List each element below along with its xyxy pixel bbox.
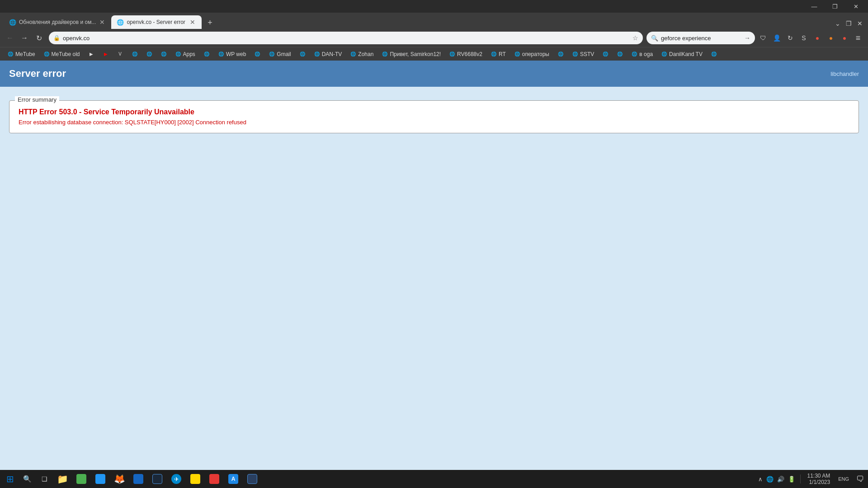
taskbar-firefox[interactable]: 🦊 (110, 471, 128, 487)
tab-close-2[interactable]: ✕ (189, 19, 196, 26)
menu-button[interactable]: ≡ (852, 32, 864, 44)
bookmark-label-apps: Apps (183, 51, 195, 57)
window-close-button[interactable]: ✕ (855, 18, 864, 29)
bookmark-danilkand[interactable]: 🌐 DanilKand TV (657, 50, 706, 59)
bookmark-zohan[interactable]: 🌐 Zohan (346, 50, 377, 59)
bookmark-icon3[interactable]: 🌐 (157, 50, 170, 59)
bookmark-apps[interactable]: 🌐 Apps (171, 50, 199, 59)
error-summary-legend: Error summary (15, 96, 59, 103)
bookmark-favicon-sstv: 🌐 (572, 51, 578, 57)
error-summary-box: Error summary HTTP Error 503.0 - Service… (9, 100, 859, 133)
taskbar-taskview-button[interactable]: ❑ (36, 471, 52, 487)
forward-button[interactable]: → (18, 32, 31, 44)
minimize-button[interactable]: — (804, 0, 825, 13)
taskbar-redapp[interactable] (205, 471, 223, 487)
bookmark-label-sstv: SSTV (580, 51, 594, 57)
bookmark-voga[interactable]: 🌐 в oga (627, 50, 656, 59)
bookmark-favicon-metube: 🌐 (7, 51, 14, 57)
maximize-button[interactable]: ❐ (825, 0, 845, 13)
sync-icon-btn[interactable]: ↻ (784, 32, 797, 44)
bookmark-favicon-yt: ▶ (103, 51, 109, 57)
system-tray: ∧ 🌐 🔊 🔋 (757, 476, 797, 483)
tab-list-button[interactable]: ⌄ (833, 18, 842, 29)
taskbar-separator (800, 474, 801, 483)
blue-app2-icon (133, 474, 143, 484)
search-arrow-icon[interactable]: → (744, 34, 750, 42)
bookmarks-bar: 🌐 MeTube 🌐 MeTube old ▶ ▶ V 🌐 🌐 🌐 🌐 Apps… (0, 47, 868, 61)
taskbar-blueapp3[interactable]: A (224, 471, 242, 487)
bookmark-yt[interactable]: ▶ (99, 50, 113, 59)
taskbar-greenapp[interactable] (72, 471, 90, 487)
bookmark-icon8[interactable]: 🌐 (599, 50, 612, 59)
bookmark-label-rv6688: RV6688v2 (457, 51, 482, 57)
back-button[interactable]: ← (4, 32, 16, 44)
addon1-icon-btn[interactable]: ● (811, 32, 824, 44)
bookmark-icon9[interactable]: 🌐 (613, 50, 627, 59)
tray-sound-icon[interactable]: 🔊 (776, 476, 786, 483)
tray-battery-icon[interactable]: 🔋 (787, 476, 797, 483)
taskbar-notification-button[interactable]: 🗨 (854, 474, 866, 484)
bookmark-v[interactable]: V (113, 50, 127, 59)
blue-app-icon (95, 474, 105, 484)
taskbar-blueapp2[interactable] (129, 471, 147, 487)
taskbar-telegram[interactable]: ✈ (167, 471, 185, 487)
close-button[interactable]: ✕ (845, 0, 866, 13)
bookmark-favicon-zohan: 🌐 (350, 51, 356, 57)
bookmark-label-metube-old: MeTube old (52, 51, 80, 57)
reload-button[interactable]: ↻ (33, 32, 45, 44)
tab-active[interactable]: 🌐 openvk.co - Server error ✕ (111, 15, 202, 29)
error-title: HTTP Error 503.0 - Service Temporarily U… (19, 108, 849, 116)
bookmark-icon10[interactable]: 🌐 (707, 50, 721, 59)
bookmark-icon6[interactable]: 🌐 (296, 50, 309, 59)
tab-title-2: openvk.co - Server error (127, 19, 186, 25)
bookmark-icon7[interactable]: 🌐 (554, 50, 567, 59)
bookmark-privet[interactable]: 🌐 Привет, Samirkon12! (378, 50, 444, 59)
taskbar-blueapp[interactable] (91, 471, 109, 487)
telegram-icon: ✈ (171, 474, 181, 484)
tab-favicon-2: 🌐 (117, 19, 124, 26)
bookmark-metube-old[interactable]: 🌐 MeTube old (40, 50, 84, 59)
bookmark-metube[interactable]: 🌐 MeTube (4, 50, 39, 59)
taskbar-right: ∧ 🌐 🔊 🔋 11:30 AM 1/1/2023 ENG 🗨 (757, 473, 866, 485)
taskbar-clock[interactable]: 11:30 AM 1/1/2023 (804, 473, 833, 485)
bookmark-icon2[interactable]: 🌐 (142, 50, 156, 59)
profile2-icon-btn[interactable]: S (797, 32, 810, 44)
new-tab-button[interactable]: + (203, 16, 216, 29)
bookmark-favicon-dan-tv: 🌐 (314, 51, 320, 57)
bookmark-icon5[interactable]: 🌐 (250, 50, 264, 59)
addon2-icon-btn[interactable]: ● (825, 32, 837, 44)
tray-up-arrow[interactable]: ∧ (757, 476, 764, 483)
search-icon: 🔍 (651, 35, 658, 42)
bookmark-wp-web[interactable]: 🌐 WP web (214, 50, 250, 59)
bookmark-favicon-icon2: 🌐 (146, 51, 152, 57)
tray-network-icon[interactable]: 🌐 (765, 476, 775, 483)
search-bar[interactable]: 🔍 geforce experience → (646, 32, 755, 44)
address-bar[interactable]: 🔒 openvk.co ☆ (49, 32, 643, 44)
bookmark-sstv[interactable]: 🌐 SSTV (568, 50, 598, 59)
bookmark-rv6688[interactable]: 🌐 RV6688v2 (445, 50, 486, 59)
start-button[interactable]: ⊞ (2, 471, 18, 487)
taskbar-search-button[interactable]: 🔍 (19, 471, 35, 487)
tab-inactive[interactable]: 🌐 Обновления драйверов и ом... ✕ (4, 15, 111, 29)
bookmark-favicon-v: V (117, 51, 123, 57)
profile-icon-btn[interactable]: 👤 (770, 32, 783, 44)
bookmark-dan-tv[interactable]: 🌐 DAN-TV (310, 50, 346, 59)
bookmark-operators[interactable]: 🌐 операторы (510, 50, 553, 59)
taskbar-explorer-app[interactable]: 📁 (53, 471, 71, 487)
bookmark-icon4[interactable]: 🌐 (200, 50, 213, 59)
taskbar-language[interactable]: ENG (836, 476, 851, 482)
bookmark-rt[interactable]: 🌐 RT (487, 50, 509, 59)
bookmark-icon1[interactable]: 🌐 (128, 50, 142, 59)
addon3-icon-btn[interactable]: ● (838, 32, 851, 44)
bookmark-label-privet: Привет, Samirkon12! (390, 51, 441, 57)
taskbar-steamapp[interactable] (148, 471, 166, 487)
taskbar-yellowapp[interactable] (186, 471, 204, 487)
bookmark-favicon-icon4: 🌐 (203, 51, 210, 57)
bookmark-vl[interactable]: ▶ (85, 50, 98, 59)
restore-button[interactable]: ❐ (844, 18, 854, 29)
tab-close-1[interactable]: ✕ (99, 19, 106, 26)
bookmark-gmail[interactable]: 🌐 Gmail (265, 50, 294, 59)
taskbar-steam2[interactable] (243, 471, 261, 487)
shield-icon-btn[interactable]: 🛡 (757, 32, 769, 44)
star-icon[interactable]: ☆ (632, 34, 638, 42)
